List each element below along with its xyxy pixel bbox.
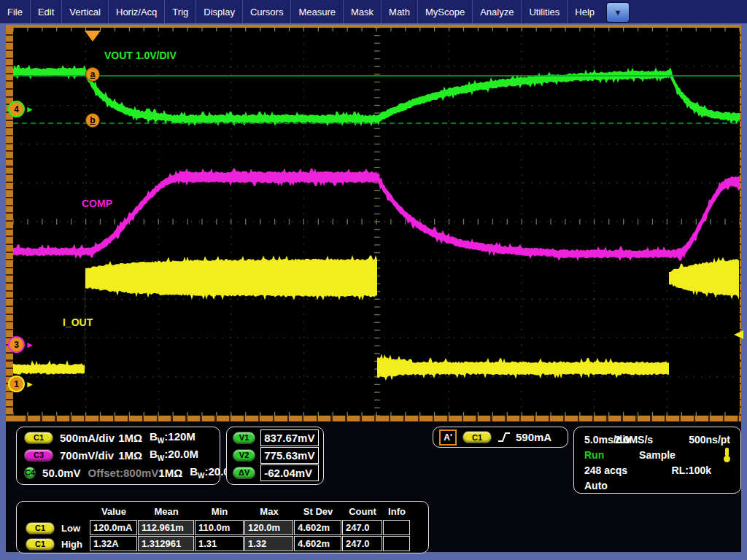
cursor-v1-row: V1 837.67mV [227,429,323,446]
meas-low-channel-badge: C1 [26,522,55,534]
menu-cursors[interactable]: Cursors [243,0,292,23]
waveform-display[interactable]: a b VOUT 1.0V/DIV COMP I_OUT 4 ► 3 ► 1 ► [13,28,740,416]
channel1-reference-marker[interactable]: 1 ► [8,376,34,392]
readout-area: C1 500mA/div 1MΩ BW:120M C3 700mV/div 1M… [6,421,741,552]
acquisition-mode: Sample [639,449,676,461]
graticule-window: a b VOUT 1.0V/DIV COMP I_OUT 4 ► 3 ► 1 ► [6,25,741,421]
trigger-mode-status: Auto [584,480,657,491]
channel4-readout[interactable]: C4 50.0mV Offset:800mV 1MΩ BW:20.0M [17,464,220,481]
ch4-badge: C4 [24,467,36,479]
vout-trace-label: VOUT 1.0V/DIV [104,50,177,61]
channel3-reference-marker[interactable]: 3 ► [8,336,34,353]
measurement-table-panel[interactable]: Value Mean Min Max St Dev Count Info C1 … [16,501,429,553]
run-status: Run [584,449,639,461]
v2-badge: V2 [233,449,255,462]
dv-value: -62.04mV [260,464,319,481]
menu-dropdown-button[interactable]: ▼ [606,2,630,23]
menu-trig[interactable]: Trig [165,0,196,23]
measurement-header-row: Value Mean Min Max St Dev Count Info [20,504,425,520]
resolution-value: 500ns/pt [689,434,730,446]
meas-high-name: High [61,539,82,550]
bottom-ruler [13,416,740,421]
cursor-a-marker[interactable]: a [85,67,100,82]
trigger-source-badge: C1 [462,431,492,443]
menu-math[interactable]: Math [382,0,418,23]
ch4-offset: Offset:800mV [88,467,159,479]
sample-rate-value: 2.0MS/s [615,434,657,446]
meas-low-name: Low [61,523,80,534]
channel3-arrow-icon: ► [26,341,34,349]
trigger-mode-badge: A' [439,429,457,446]
record-length: RL:100k [672,464,711,476]
cursor-b-marker[interactable]: b [85,113,100,128]
trigger-readout-panel[interactable]: A' C1 590mA [433,427,568,448]
menu-help[interactable]: Help [568,0,602,23]
channel4-reference-marker[interactable]: 4 ► [8,101,34,117]
acquisition-count: 248 acqs [584,464,657,476]
rising-edge-icon [498,431,511,443]
channel1-arrow-icon: ► [26,380,34,389]
menu-mask[interactable]: Mask [344,0,382,23]
comp-trace-label: COMP [82,198,112,209]
menu-utilities[interactable]: Utilities [522,0,568,23]
v1-value: 837.67mV [260,429,319,446]
menu-vertical[interactable]: Vertical [62,0,109,23]
ch1-badge: C1 [24,432,53,444]
cursor-v2-row: V2 775.63mV [227,446,323,464]
channel4-arrow-icon: ► [26,105,34,114]
v2-value: 775.63mV [260,447,319,464]
ch3-badge: C3 [24,449,53,462]
menu-analyze[interactable]: Analyze [473,0,522,23]
cursor-dv-row: ΔV -62.04mV [227,464,323,481]
menu-myscope[interactable]: MyScope [418,0,473,23]
measurement-row-high[interactable]: C1 High 1.32A 1.312961 1.31 1.32 4.602m … [20,536,425,552]
trigger-position-marker[interactable] [85,31,101,42]
iout-trace-label: I_OUT [63,316,93,328]
channel3-readout[interactable]: C3 700mV/div 1MΩ BW:20.0M [17,446,220,464]
menu-measure[interactable]: Measure [291,0,344,23]
meas-high-channel-badge: C1 [26,538,55,551]
menu-edit[interactable]: Edit [31,0,62,23]
trigger-position-icon [724,448,730,462]
cursor-readout-panel[interactable]: V1 837.67mV V2 775.63mV ΔV -62.04mV [226,427,324,485]
acquisition-panel[interactable]: 5.0ms/div 2.0MS/s 500ns/pt Run Sample 24… [573,427,741,494]
measurement-row-low[interactable]: C1 Low 120.0mA 112.961m 110.0m 120.0m 4.… [20,520,425,536]
menu-bar: File Edit Vertical Horiz/Acq Trig Displa… [0,0,747,23]
channel-scale-panel[interactable]: C1 500mA/div 1MΩ BW:120M C3 700mV/div 1M… [16,427,220,485]
trigger-level-arrow[interactable] [734,330,743,339]
channel1-readout[interactable]: C1 500mA/div 1MΩ BW:120M [17,429,220,446]
menu-display[interactable]: Display [196,0,243,23]
chevron-down-icon: ▼ [614,8,622,17]
left-ruler [6,28,13,416]
menu-file[interactable]: File [0,0,31,23]
menu-horiz-acq[interactable]: Horiz/Acq [109,0,165,23]
waveform-canvas [13,28,740,416]
v1-badge: V1 [233,432,255,444]
dv-badge: ΔV [233,467,255,479]
trigger-level-value: 590mA [516,431,551,443]
